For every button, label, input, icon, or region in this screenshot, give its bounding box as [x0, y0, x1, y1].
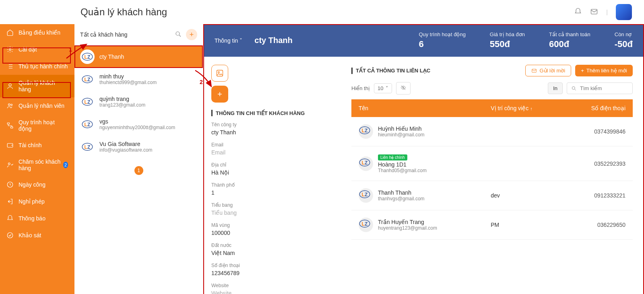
- sidebar-item-2[interactable]: Thủ tục hành chính: [0, 58, 74, 75]
- svg-point-34: [572, 86, 575, 89]
- col-name[interactable]: Tên: [351, 99, 483, 117]
- svg-text:L: L: [362, 192, 365, 197]
- send-invite-button[interactable]: Gửi lời mời: [525, 65, 571, 76]
- list-icon: [6, 63, 14, 70]
- customer-email: info@vugiasoftware.com: [99, 147, 153, 153]
- care-icon: [6, 161, 14, 169]
- stat-block: Giá trị hóa đơn550đ: [490, 31, 525, 49]
- search-icon[interactable]: [175, 31, 182, 39]
- contact-email: hieuminh@gmail.com: [378, 132, 425, 138]
- sidebar-item-7[interactable]: Chăm sóc khách hàng2: [0, 154, 74, 176]
- customer-filter[interactable]: Tất cả khách hàng: [80, 31, 171, 38]
- contact-avatar: LZ: [359, 156, 373, 171]
- contacts-search[interactable]: [567, 82, 633, 94]
- customer-item[interactable]: LZVu Gia Softwareinfo@vugiasoftware.com: [74, 136, 203, 158]
- customer-item[interactable]: LZminh thuythuhienctd999@gmail.com: [74, 68, 203, 90]
- customer-email: nguyenminhthuy2000tt@gmail.com: [99, 125, 175, 130]
- sidebar-item-0[interactable]: Bảng điều khiển: [0, 24, 74, 41]
- detail-field[interactable]: Số điện thoại123456789: [211, 263, 332, 276]
- sidebar-item-8[interactable]: Ngày công: [0, 176, 74, 193]
- sidebar-item-9[interactable]: Nghỉ phép: [0, 193, 74, 210]
- stat-value: 550đ: [490, 39, 525, 49]
- customer-item[interactable]: LZquỳnh trangtrang123@gmail.com: [74, 90, 203, 113]
- contact-job: dev: [483, 181, 563, 210]
- add-customer-button[interactable]: +: [186, 29, 197, 40]
- col-job[interactable]: Vị trí công việc↑: [483, 99, 563, 117]
- svg-text:Z: Z: [87, 144, 90, 150]
- table-row[interactable]: LZTrần Huyến Tranghuyentrang123@gmail.co…: [351, 210, 633, 240]
- field-value: 123456789: [211, 270, 332, 276]
- customer-item[interactable]: LZcty Thanh: [74, 45, 203, 68]
- field-value: Việt Nam: [211, 250, 332, 256]
- table-row[interactable]: LZLiên hệ chínhHoàng 1D1Thanhd05@gmail.c…: [351, 146, 633, 181]
- contact-email: huyentrang123@gmail.com: [378, 225, 437, 231]
- gear-icon: [6, 46, 14, 53]
- svg-rect-32: [532, 69, 537, 72]
- info-dropdown[interactable]: Thông tin ˅: [215, 37, 242, 44]
- mail-icon[interactable]: [590, 8, 598, 17]
- clock-icon: [6, 181, 14, 188]
- stat-label: Quy trình hoạt động: [419, 31, 465, 37]
- customer-item[interactable]: LZvgsnguyenminhthuy2000tt@gmail.com: [74, 113, 203, 136]
- svg-point-10: [8, 163, 10, 165]
- stat-block: Quy trình hoạt động6: [419, 31, 465, 49]
- sidebar-item-10[interactable]: Thông báo: [0, 210, 74, 227]
- contact-email: thanhvgs@gmail.com: [378, 196, 425, 201]
- svg-point-6: [11, 104, 12, 106]
- field-value: cty Thanh: [211, 129, 332, 136]
- detail-field[interactable]: Địa chỉHà Nội: [211, 162, 332, 176]
- detail-field[interactable]: EmailEmail: [211, 142, 332, 156]
- detail-field[interactable]: Tiểu bangTiểu bang: [211, 202, 332, 216]
- add-contact-button[interactable]: +Thêm liên hệ mới: [575, 65, 633, 76]
- sidebar-item-5[interactable]: Quy trình hoạt động: [0, 114, 74, 137]
- detail-field[interactable]: Tên công tycty Thanh: [211, 122, 332, 136]
- detail-field[interactable]: Thành phố1: [211, 182, 332, 196]
- sort-asc-icon: ↑: [530, 106, 533, 111]
- contact-phone: 0912333221: [563, 181, 633, 210]
- field-label: Địa chỉ: [211, 162, 332, 168]
- col-phone[interactable]: Số điện thoại: [563, 99, 633, 117]
- user-icon: [6, 82, 14, 90]
- field-value: Website: [211, 290, 332, 294]
- sidebar-item-11[interactable]: Khảo sát: [0, 227, 74, 244]
- nav-label: Chăm sóc khách hàng: [19, 158, 61, 171]
- customer-name: cty Thanh: [99, 53, 124, 60]
- nav-label: Khảo sát: [19, 232, 41, 238]
- page-size-select[interactable]: 10 ˅: [374, 83, 392, 93]
- bell-icon[interactable]: [574, 8, 582, 17]
- users-icon: [6, 102, 14, 109]
- nav-label: Ngày công: [19, 181, 45, 188]
- sidebar-item-1[interactable]: Cài đặt1: [0, 41, 74, 58]
- svg-rect-13: [591, 9, 597, 14]
- detail-field[interactable]: Đất nướcViệt Nam: [211, 243, 332, 256]
- sidebar-item-3[interactable]: Quản lý khách hàng: [0, 75, 74, 97]
- logout-icon: [6, 198, 14, 205]
- nav-label: Tài chính: [19, 142, 42, 148]
- detail-header: Thông tin ˅ cty Thanh Quy trình hoạt độn…: [203, 24, 644, 57]
- user-avatar[interactable]: [616, 4, 632, 20]
- svg-point-5: [8, 104, 10, 106]
- svg-text:Z: Z: [87, 122, 90, 127]
- visibility-toggle[interactable]: [396, 82, 411, 95]
- detail-field[interactable]: Mã vùng100000: [211, 222, 332, 236]
- home-icon: [6, 29, 14, 36]
- nav-label: Thủ tục hành chính: [19, 63, 68, 70]
- detail-field[interactable]: WebsiteWebsite: [211, 283, 332, 294]
- sidebar-item-4[interactable]: Quản lý nhân viên: [0, 97, 74, 114]
- detail-left: THÔNG TIN CHI TIẾT KHÁCH HÀNG Tên công t…: [203, 57, 340, 294]
- image-upload-icon[interactable]: [211, 65, 228, 82]
- contacts-search-input[interactable]: [580, 85, 628, 91]
- add-image-button[interactable]: [211, 86, 228, 103]
- svg-text:L: L: [85, 54, 87, 60]
- table-row[interactable]: LZThanh Thanhthanhvgs@gmail.comdev091233…: [351, 181, 633, 210]
- sidebar-item-6[interactable]: Tài chính: [0, 137, 74, 154]
- contacts-section: TẤT CẢ THÔNG TIN LIÊN LẠC Gửi lời mời +T…: [340, 57, 644, 294]
- svg-text:L: L: [85, 144, 87, 150]
- contact-job: [483, 117, 563, 146]
- nav-label: Quản lý nhân viên: [19, 103, 64, 109]
- svg-text:L: L: [85, 122, 87, 127]
- contact-phone: 0374399846: [563, 117, 633, 146]
- print-button[interactable]: In: [548, 82, 563, 94]
- svg-text:Z: Z: [365, 160, 367, 165]
- table-row[interactable]: LZHuỳnh Hiếu Minhhieuminh@gmail.com03743…: [351, 117, 633, 146]
